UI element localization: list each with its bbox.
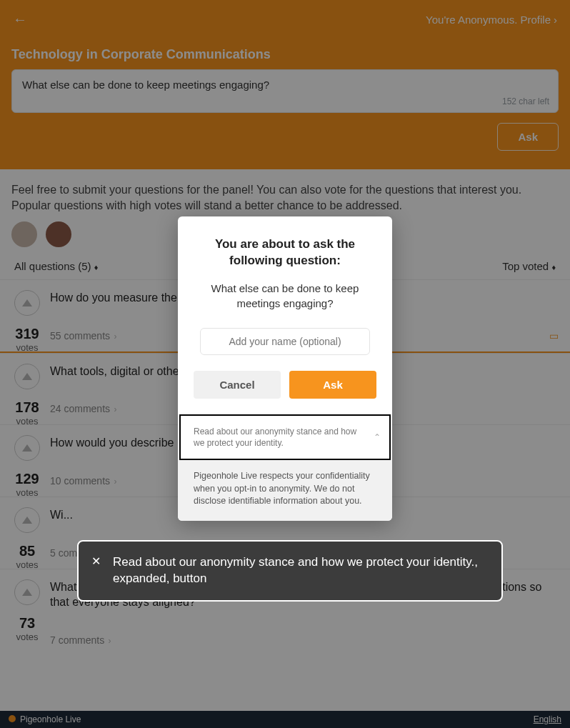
close-icon[interactable]: ✕: [91, 554, 101, 568]
ask-button[interactable]: Ask: [289, 371, 376, 399]
modal-question-preview: What else can be done to keep meetings e…: [194, 281, 376, 311]
modal-title: You are about to ask the following quest…: [194, 236, 376, 269]
ask-question-modal: You are about to ask the following quest…: [178, 216, 392, 521]
anonymity-toggle-text: Read about our anonymity stance and how …: [194, 426, 368, 449]
cancel-button[interactable]: Cancel: [194, 371, 281, 399]
toast-text: Read about our anonymity stance and how …: [113, 554, 487, 587]
name-input[interactable]: [200, 328, 370, 355]
anonymity-body-text: Pigeonhole Live respects your confidenti…: [194, 470, 376, 508]
anonymity-disclosure-toggle[interactable]: Read about our anonymity stance and how …: [179, 414, 391, 460]
chevron-up-icon: ⌃: [374, 432, 381, 442]
accessibility-toast: ✕ Read about our anonymity stance and ho…: [77, 540, 503, 602]
anonymity-disclosure-body: Pigeonhole Live respects your confidenti…: [178, 460, 392, 521]
